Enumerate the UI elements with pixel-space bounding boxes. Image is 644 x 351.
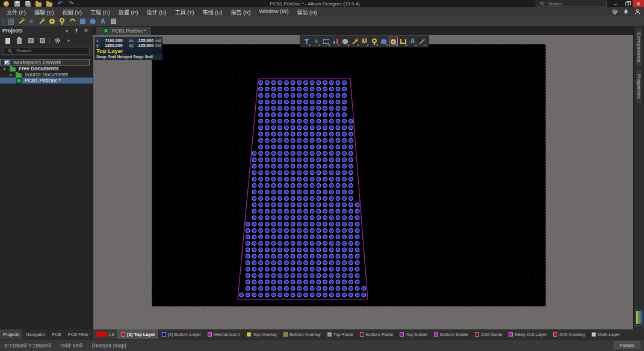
menu-item-11[interactable]: 帮助 (H) — [293, 7, 321, 17]
active-bar-tool-board-insight[interactable] — [331, 37, 340, 46]
global-search-box[interactable]: Search — [536, 1, 607, 7]
pcb-document-icon — [14, 77, 23, 85]
layer-tab-1-top-layer[interactable]: [1] Top Layer — [118, 329, 159, 339]
polygon-pour-icon[interactable] — [88, 17, 97, 25]
menu-item-6[interactable]: 设计 (D) — [143, 7, 171, 17]
layer-bar: ProjectsNavigatorPCBPCB Filter LS [1] To… — [0, 329, 644, 339]
active-bar-tool-pad[interactable] — [389, 37, 398, 46]
layer-color-swatch — [327, 332, 332, 337]
multi-route-icon[interactable] — [37, 17, 46, 25]
bottom-tab-projects[interactable]: Projects — [0, 329, 23, 339]
layer-color-swatch — [553, 332, 557, 337]
pcb-canvas[interactable]: x: 7190.000 dx: -155.000 mil y: 1855.000… — [93, 35, 633, 329]
expander-icon[interactable]: ▾ — [2, 67, 7, 71]
panel-tab-components[interactable]: Components — [635, 28, 643, 67]
menu-item-9[interactable]: 报告 (R) — [227, 7, 255, 17]
notifications-bell-icon[interactable] — [622, 8, 630, 16]
layer-tab-top-overlay[interactable]: Top Overlay — [244, 329, 280, 339]
user-account-icon[interactable] — [633, 8, 642, 16]
active-bar-tool-interactive-route[interactable] — [350, 37, 359, 46]
panels-button[interactable]: Panels — [614, 341, 640, 349]
toolbar-grip[interactable] — [3, 19, 4, 25]
menu-item-4[interactable]: 工程 (C) — [86, 7, 114, 17]
differential-pair-icon[interactable]: = — [27, 17, 36, 25]
bottom-tab-navigator[interactable]: Navigator — [23, 329, 49, 339]
active-bar-tool-length-tuning[interactable]: M — [360, 37, 369, 46]
close-icon[interactable]: × — [82, 27, 90, 35]
active-bar-tool-area-select[interactable] — [321, 37, 330, 46]
active-bar-tool-filter[interactable] — [302, 37, 311, 46]
layer-set-button[interactable]: LS — [93, 329, 118, 339]
panel-tab-properties[interactable]: Properties — [635, 69, 643, 103]
expander-icon[interactable]: ▾ — [8, 73, 13, 77]
clipboard-icon[interactable] — [15, 37, 23, 44]
layer-color-swatch — [247, 332, 251, 337]
document-icon[interactable] — [4, 37, 12, 44]
active-bar-tool-region[interactable] — [341, 37, 350, 46]
menu-item-5[interactable]: 放置 (P) — [114, 7, 143, 17]
line-icon — [418, 38, 427, 46]
close-button[interactable]: ✕ — [633, 0, 644, 7]
settings-gear-icon[interactable] — [53, 37, 61, 44]
layer-tab-top-solder[interactable]: Top Solder — [397, 329, 431, 339]
document-tab-pcb1[interactable]: PCB1.PcbDoc * — [96, 27, 151, 35]
layer-tab-multi-layer[interactable]: Multi-Layer — [589, 329, 624, 339]
right-panel-strip: ComponentsProperties — [633, 26, 644, 329]
active-bar-tool-dimension[interactable] — [398, 37, 407, 46]
explorer2-icon[interactable] — [38, 37, 46, 44]
active-bar-tool-via[interactable] — [370, 37, 379, 46]
dropdown-arrow-icon[interactable]: ▾ — [64, 37, 73, 44]
projects-tree: Workspace1.DsnWrk▾Free Documents▾Source … — [0, 56, 93, 329]
active-bar-tool-line[interactable] — [418, 37, 427, 46]
settings-gear-icon[interactable] — [610, 8, 619, 16]
via-icon — [370, 38, 379, 46]
layer-color-swatch — [283, 332, 288, 337]
layer-tab-mechanical-1[interactable]: Mechanical 1 — [205, 329, 244, 339]
board-graphics — [152, 44, 546, 307]
projects-search-input[interactable]: Search — [3, 47, 90, 55]
layer-tab-bottom-paste[interactable]: Bottom Paste — [357, 329, 397, 339]
layer-tab-2-bottom-layer[interactable]: [2] Bottom Layer — [159, 329, 205, 339]
string-text-icon[interactable]: A — [99, 17, 107, 25]
minimize-button[interactable]: – — [610, 0, 621, 7]
string-text-icon: A — [409, 38, 417, 46]
explorer-icon[interactable] — [26, 37, 35, 44]
status-bar: X:7185mil Y:1860mil Grid: 5mil (Hotspot … — [0, 339, 644, 351]
bottom-tab-pcb-filter[interactable]: PCB Filter — [65, 329, 92, 339]
room-icon[interactable] — [109, 17, 117, 25]
layer-tab-top-paste[interactable]: Top Paste — [324, 329, 357, 339]
layer-tab-bottom-overlay[interactable]: Bottom Overlay — [280, 329, 324, 339]
layer-tab-bottom-solder[interactable]: Bottom Solder — [431, 329, 472, 339]
hud-dy-value: -105.000 — [134, 43, 153, 47]
restore-button[interactable] — [621, 0, 633, 7]
active-bar-tool-move[interactable]: + — [312, 37, 321, 46]
route-icon[interactable] — [17, 17, 25, 25]
tree-node-4[interactable]: PCB1.PcbDoc * — [0, 78, 93, 84]
pin-icon[interactable] — [72, 27, 81, 35]
pad-icon[interactable] — [48, 17, 56, 25]
length-tuning-icon: M — [361, 38, 369, 46]
layer-tab-keep-out-layer[interactable]: Keep-Out Layer — [506, 329, 550, 339]
hud-dy-label: dy: — [125, 43, 135, 47]
arc-icon[interactable] — [68, 17, 76, 25]
bottom-tab-pcb[interactable]: PCB — [49, 329, 64, 339]
menu-item-2[interactable]: 编辑 (E) — [30, 7, 58, 17]
via-icon[interactable] — [58, 17, 66, 25]
fill-icon[interactable] — [78, 17, 87, 25]
dropdown-arrow-icon[interactable]: ▾ — [63, 27, 71, 35]
active-bar-tool-string-text[interactable]: A — [408, 37, 417, 46]
active-bar-tool-polygon-pour[interactable] — [379, 37, 388, 46]
menu-item-3[interactable]: 视图 (V) — [58, 7, 87, 17]
layer-tab-drill-drawing[interactable]: Drill Drawing — [550, 329, 589, 339]
pcb-sheet[interactable] — [152, 44, 546, 307]
menu-item-7[interactable]: 工具 (T) — [171, 7, 199, 17]
dimension-icon — [399, 38, 407, 46]
layer-stack-icon[interactable] — [635, 309, 643, 326]
menu-item-1[interactable]: 文件 (F) — [2, 7, 30, 17]
hud-dx-label: dx: — [125, 38, 135, 43]
menu-item-10[interactable]: Window (W) — [255, 7, 293, 17]
magnifier-icon — [538, 0, 546, 8]
interactive-routing-icon[interactable] — [7, 17, 15, 25]
layer-tab-drill-guide[interactable]: Drill Guide — [472, 329, 506, 339]
menu-item-8[interactable]: 布线 (U) — [199, 7, 227, 17]
